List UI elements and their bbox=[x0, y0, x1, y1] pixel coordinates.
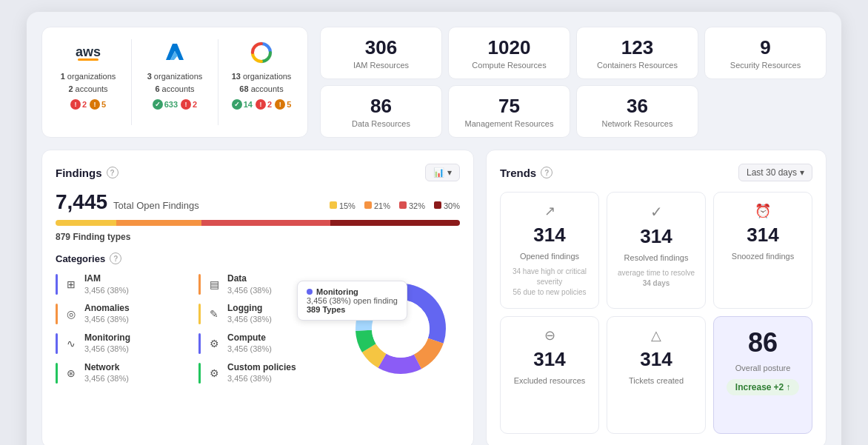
cloud-providers-card: aws 1 organizations2 accounts ! 2 ! 5 bbox=[41, 27, 308, 138]
monitoring-info: Monitoring 3,456 (38%) bbox=[84, 332, 130, 355]
cat-bar-compute bbox=[198, 333, 201, 354]
chart-toggle-arrow: ▾ bbox=[447, 167, 452, 178]
category-compute: ⚙ Compute 3,456 (38%) bbox=[198, 332, 335, 355]
resource-card-management: 75 Management Resources bbox=[448, 85, 570, 138]
data-cat-info: Data 3,456 (38%) bbox=[227, 273, 272, 295]
resource-card-network: 36 Network Resources bbox=[576, 85, 698, 138]
snoozed-findings-label: Snoozed findings bbox=[732, 251, 794, 262]
anomalies-info: Anomalies 3,456 (38%) bbox=[84, 303, 130, 325]
findings-desc: Total Open Findings bbox=[113, 200, 199, 211]
increase-label: Increase bbox=[735, 382, 772, 392]
overall-posture-label: Overall posture bbox=[735, 363, 791, 374]
resolved-findings-sublabel: average time to resolve 34 days bbox=[615, 268, 698, 289]
chart-toggle-button[interactable]: 📊 ▾ bbox=[425, 164, 460, 181]
trend-card-opened: ↗ 314 Opened findings 34 have high or cr… bbox=[500, 192, 599, 309]
top-section: aws 1 organizations2 accounts ! 2 ! 5 bbox=[41, 27, 827, 138]
category-monitoring: ∿ Monitoring 3,456 (38%) bbox=[56, 332, 193, 355]
azure-badge-green: ✓ 633 bbox=[153, 99, 178, 110]
category-anomalies: ◎ Anomalies 3,456 (38%) bbox=[56, 303, 193, 325]
cat-bar-anomalies bbox=[56, 304, 58, 324]
findings-help-icon[interactable]: ? bbox=[107, 167, 118, 178]
data-number: 86 bbox=[370, 95, 392, 118]
chart-icon: 📊 bbox=[433, 167, 444, 178]
excluded-resources-number: 314 bbox=[533, 348, 565, 371]
resource-card-containers: 123 Containers Resources bbox=[576, 27, 698, 79]
category-custom-policies: ⚙ Custom policies 3,456 (38%) bbox=[198, 362, 335, 384]
management-number: 75 bbox=[498, 95, 520, 118]
compute-number: 1020 bbox=[488, 36, 531, 59]
tooltip-val: 3,456 (38%) open finding bbox=[307, 296, 398, 305]
excluded-resources-icon: ⊖ bbox=[544, 327, 555, 344]
resource-card-compute: 1020 Compute Resources bbox=[448, 27, 570, 79]
categories-content: ⊞ IAM 3,456 (38%) ◎ Anomalies 3,456 bbox=[56, 273, 460, 384]
aws-badge-yellow: ! 5 bbox=[90, 99, 106, 110]
findings-number: 7,445 bbox=[56, 190, 107, 214]
tooltip-dot bbox=[307, 289, 313, 295]
provider-item-gcp: 13 organizations68 accounts ✓ 14 ! 2 ! 5 bbox=[227, 39, 296, 125]
svg-point-3 bbox=[257, 48, 266, 57]
trends-grid: ↗ 314 Opened findings 34 have high or cr… bbox=[500, 192, 812, 434]
increase-value: +2 bbox=[774, 382, 784, 392]
security-number: 9 bbox=[760, 36, 770, 59]
anomalies-icon: ◎ bbox=[64, 307, 79, 321]
trend-card-resolved: ✓ 314 Resolved findings average time to … bbox=[607, 192, 706, 309]
network-icon: ⊛ bbox=[64, 366, 79, 381]
compute-label: Compute Resources bbox=[472, 61, 546, 70]
categories-help-icon[interactable]: ? bbox=[110, 252, 121, 264]
findings-progress-bar bbox=[56, 220, 460, 226]
trends-help-icon[interactable]: ? bbox=[541, 167, 552, 178]
iam-icon: ⊞ bbox=[64, 277, 79, 292]
resource-card-security: 9 Security Resources bbox=[704, 27, 827, 79]
opened-findings-number: 314 bbox=[533, 224, 565, 247]
compute-cat-icon: ⚙ bbox=[207, 336, 221, 351]
aws-badges: ! 2 ! 5 bbox=[70, 99, 106, 110]
gcp-badges: ✓ 14 ! 2 ! 5 bbox=[232, 99, 292, 110]
gcp-logo-container bbox=[250, 39, 273, 66]
overall-posture-number: 86 bbox=[748, 327, 778, 358]
azure-orgs-info: 3 organizations6 accounts bbox=[147, 70, 203, 95]
trends-title: Trends ? bbox=[500, 167, 552, 179]
finding-types-count: 879 Finding types bbox=[56, 232, 460, 242]
donut-area: Monitoring 3,456 (38%) open finding 389 … bbox=[341, 273, 460, 384]
legend-red: 32% bbox=[399, 201, 425, 210]
tickets-created-icon: △ bbox=[651, 327, 661, 344]
findings-header: Findings ? 📊 ▾ bbox=[56, 164, 460, 181]
trend-card-excluded: ⊖ 314 Excluded resources bbox=[500, 316, 599, 433]
containers-number: 123 bbox=[621, 36, 653, 59]
resolved-findings-number: 314 bbox=[640, 225, 672, 248]
azure-badges: ✓ 633 ! 2 bbox=[153, 99, 197, 110]
cat-bar-data bbox=[198, 274, 201, 295]
cat-bar-monitoring bbox=[56, 333, 58, 354]
dashboard: aws 1 organizations2 accounts ! 2 ! 5 bbox=[27, 12, 841, 445]
legend-orange: 21% bbox=[364, 201, 390, 210]
cat-bar-network bbox=[56, 363, 58, 384]
iam-label: IAM Resources bbox=[353, 61, 409, 70]
findings-panel: Findings ? 📊 ▾ 7,445 Total Open Findings… bbox=[41, 150, 474, 445]
trend-card-tickets: △ 314 Tickets created bbox=[607, 316, 706, 433]
legend-yellow: 15% bbox=[330, 201, 355, 210]
cat-bar-logging bbox=[198, 304, 201, 324]
increase-arrow-icon: ↑ bbox=[786, 382, 790, 392]
gcp-orgs-info: 13 organizations68 accounts bbox=[232, 70, 292, 95]
categories-list-left: ⊞ IAM 3,456 (38%) ◎ Anomalies 3,456 bbox=[56, 273, 193, 384]
azure-logo-icon bbox=[163, 41, 187, 64]
opened-findings-icon: ↗ bbox=[544, 203, 555, 219]
tooltip-types: 389 Types bbox=[307, 305, 398, 314]
category-iam: ⊞ IAM 3,456 (38%) bbox=[56, 273, 193, 295]
compute-cat-info: Compute 3,456 (38%) bbox=[227, 332, 272, 355]
iam-info: IAM 3,456 (38%) bbox=[84, 273, 129, 295]
network-label: Network Resources bbox=[602, 119, 673, 128]
resource-card-data: 86 Data Resources bbox=[320, 85, 442, 138]
legend-darkred: 30% bbox=[434, 201, 460, 210]
donut-tooltip: Monitoring 3,456 (38%) open finding 389 … bbox=[297, 281, 407, 321]
aws-badge-red: ! 2 bbox=[70, 99, 87, 110]
categories-title: Categories ? bbox=[56, 252, 460, 264]
increase-badge: Increase +2 ↑ bbox=[727, 379, 799, 395]
cat-bar-iam bbox=[56, 274, 58, 295]
date-selector-button[interactable]: Last 30 days ▾ bbox=[738, 164, 812, 181]
trends-panel: Trends ? Last 30 days ▾ ↗ 314 Opened fin… bbox=[486, 150, 827, 445]
resolved-findings-label: Resolved findings bbox=[624, 252, 689, 264]
tickets-created-number: 314 bbox=[640, 348, 672, 371]
cat-bar-custom bbox=[198, 363, 201, 384]
tickets-created-label: Tickets created bbox=[629, 375, 684, 387]
